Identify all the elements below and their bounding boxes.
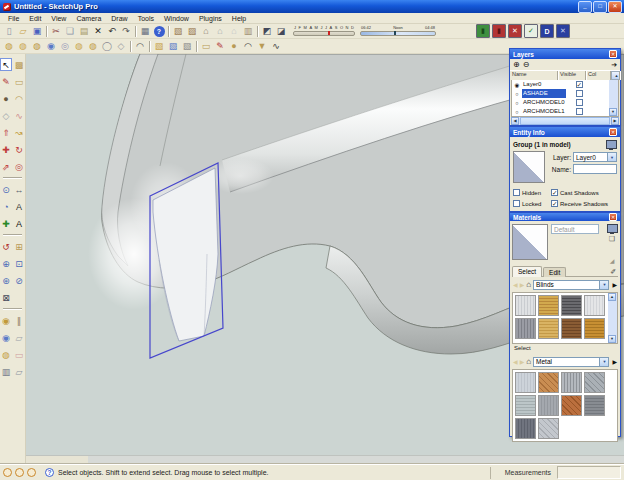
redo-icon[interactable]: ↷ [120, 25, 133, 38]
menu-plugins[interactable]: Plugins [194, 15, 227, 22]
metal-rust-swatch[interactable] [561, 395, 582, 416]
model-library-icon[interactable]: ▥ [242, 25, 255, 38]
line-tool-lg[interactable]: ✎ [0, 75, 12, 88]
protractor-tool[interactable]: ◔ [0, 200, 12, 213]
forward-arrow-icon[interactable]: ▶ [520, 281, 525, 289]
position-camera-tool[interactable]: ◉ [0, 314, 12, 327]
walk-tool[interactable]: ∥ [13, 314, 25, 327]
layer-radio[interactable]: ○ [512, 100, 522, 106]
tab-select[interactable]: Select [512, 266, 542, 277]
offset-arc-tool-icon[interactable]: ◠ [134, 40, 147, 53]
collection-dropdown-metal[interactable]: Metal ▼ [533, 357, 609, 367]
materials-titlebar[interactable]: Materials ✕ [510, 213, 620, 221]
style-tool-1-icon[interactable]: ◍ [3, 40, 16, 53]
close-button[interactable]: ✕ [608, 1, 622, 13]
circle-tool-icon[interactable]: ● [228, 40, 241, 53]
metal-dark-swatch[interactable] [584, 395, 605, 416]
shadow-month-slider[interactable]: JFMAMJJASOND [293, 26, 355, 37]
layers-panel-titlebar[interactable]: Layers ✕ [510, 49, 620, 59]
axes-tool[interactable]: ✚ [0, 217, 12, 230]
follow-me-tool[interactable]: ↝ [13, 126, 25, 139]
blinds-light-gray-swatch[interactable] [515, 295, 536, 316]
layer-visible-checkbox[interactable]: ✓ [576, 81, 583, 88]
blinds-gray-vertical-swatch[interactable] [515, 318, 536, 339]
look-around-tool[interactable]: ◉ [0, 331, 12, 344]
signin-status-icon[interactable] [27, 468, 36, 477]
text-tool[interactable]: A [13, 200, 25, 213]
metal-copper-plate-swatch[interactable] [538, 372, 559, 393]
help-status-icon[interactable]: ? [45, 468, 54, 477]
locked-checkbox[interactable] [513, 200, 520, 207]
layers-hscrollbar[interactable]: ◀ ▶ [511, 117, 619, 125]
layer-row-layer0[interactable]: ◉Layer0✓ [512, 80, 618, 89]
back-arrow-icon[interactable]: ◀ [513, 281, 518, 289]
polygon-tool-icon[interactable]: ▼ [256, 40, 269, 53]
face-style-shaded-icon[interactable]: ▧ [153, 40, 166, 53]
entity-info-close-icon[interactable]: ✕ [609, 128, 617, 136]
arc-tool-icon[interactable]: ◠ [242, 40, 255, 53]
menu-tools[interactable]: Tools [133, 15, 159, 22]
layer-row-archmodel0[interactable]: ○ARCHMODEL0 [512, 98, 618, 107]
share-models-icon[interactable]: ⌂ [228, 25, 241, 38]
materials-scroll-up-icon[interactable]: ▲ [608, 293, 616, 301]
style-tool-6-icon[interactable]: ◍ [73, 40, 86, 53]
render-plugin-green-button[interactable]: ▮ [476, 24, 490, 38]
layer-radio[interactable]: ○ [512, 91, 522, 97]
3d-text-tool[interactable]: A [13, 217, 25, 230]
menu-edit[interactable]: Edit [24, 15, 46, 22]
back-arrow-icon-2[interactable]: ◀ [513, 358, 518, 366]
tape-measure-tool[interactable]: ⊙ [0, 183, 12, 196]
menu-window[interactable]: Window [159, 15, 194, 22]
materials-close-icon[interactable]: ✕ [609, 213, 617, 221]
in-model-icon[interactable] [606, 140, 617, 149]
credits-status-icon[interactable] [15, 468, 24, 477]
eraser-tool[interactable]: ▭ [13, 348, 25, 361]
freehand-tool-lg[interactable]: ∿ [13, 109, 25, 122]
layer-row-archmodel1[interactable]: ○ARCHMODEL1 [512, 107, 618, 116]
measurements-input[interactable] [557, 466, 621, 479]
section-cut-tool[interactable]: ▱ [13, 365, 25, 378]
cast-shadows-checkbox[interactable]: ✓ [551, 189, 558, 196]
add-layer-button[interactable]: ⊕ [513, 60, 520, 70]
polygon-tool-lg[interactable]: ◇ [0, 109, 12, 122]
metal-blue-gray-swatch[interactable] [515, 418, 536, 439]
open-file-icon[interactable]: ▱ [17, 25, 30, 38]
copy-icon[interactable]: ❏ [64, 25, 77, 38]
receive-shadows-checkbox[interactable]: ✓ [551, 200, 558, 207]
section-display-tool[interactable]: ▥ [0, 365, 12, 378]
blinds-white-swatch[interactable] [584, 295, 605, 316]
pan-tool[interactable]: ⊞ [13, 240, 25, 253]
layer-visible-checkbox[interactable] [576, 90, 583, 97]
layers-scroll-up-icon[interactable]: ▲ [611, 71, 620, 80]
help-icon[interactable]: ? [153, 25, 166, 38]
style-tool-2-icon[interactable]: ◍ [17, 40, 30, 53]
blinds-gold-swatch[interactable] [538, 295, 559, 316]
menu-view[interactable]: View [46, 15, 71, 22]
blinds-dark-gray-swatch[interactable] [561, 295, 582, 316]
new-file-icon[interactable]: ▯ [3, 25, 16, 38]
tab-edit[interactable]: Edit [543, 267, 566, 277]
metal-bars-swatch[interactable] [561, 372, 582, 393]
rectangle-tool-icon[interactable]: ▭ [200, 40, 213, 53]
push-pull-tool[interactable]: ⇑ [0, 126, 12, 139]
delete-layer-button[interactable]: ⊖ [523, 60, 530, 70]
circle-tool-lg[interactable]: ● [0, 92, 12, 105]
minimize-button[interactable]: _ [578, 1, 592, 13]
select-tool[interactable]: ↖ [0, 58, 12, 71]
metal-silver-swatch[interactable] [515, 372, 536, 393]
render-plugin-grid-button[interactable]: ✕ [556, 24, 570, 38]
shadow-settings-icon[interactable]: ◩ [261, 25, 274, 38]
freehand-tool-icon[interactable]: ∿ [270, 40, 283, 53]
rotate-tool[interactable]: ↻ [13, 143, 25, 156]
render-plugin-red-button[interactable]: ▮ [492, 24, 506, 38]
rectangle-tool-lg[interactable]: ▭ [13, 75, 25, 88]
zoom-window-tool[interactable]: ⊡ [13, 257, 25, 270]
cut-icon[interactable]: ✂ [50, 25, 63, 38]
offset-tool[interactable]: ◎ [13, 160, 25, 173]
collection-dropdown-blinds[interactable]: Blinds ▼ [533, 280, 609, 290]
layer-radio[interactable]: ◉ [512, 82, 522, 88]
details-arrow-icon-2[interactable]: ▶ [611, 358, 617, 365]
create-material-icon[interactable]: ❏ [609, 235, 615, 242]
display-secondary-pane-icon[interactable] [607, 224, 618, 233]
arc-tool-lg[interactable]: ◠ [13, 92, 25, 105]
